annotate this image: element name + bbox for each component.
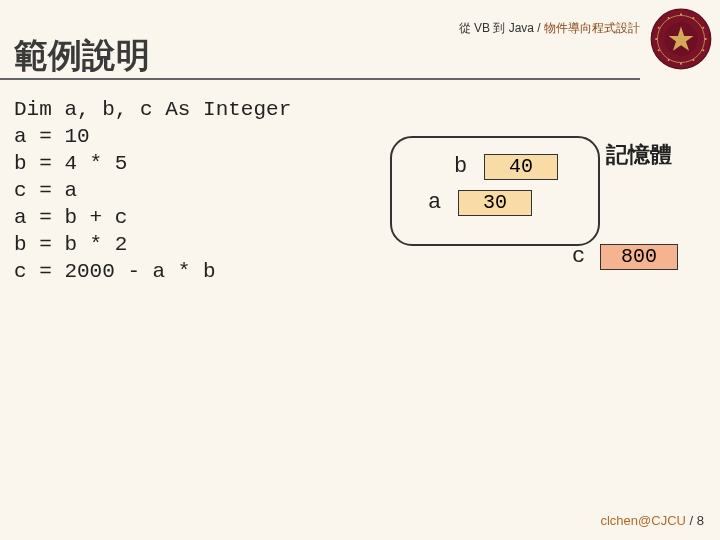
- memory-var-c-value: 800: [600, 244, 678, 270]
- code-line: a = 10: [14, 125, 90, 148]
- svg-point-5: [702, 27, 704, 29]
- memory-var-a-label: a: [428, 190, 441, 215]
- title-divider: [0, 78, 640, 80]
- memory-heading: 記憶體: [606, 140, 672, 170]
- page-number: 8: [697, 513, 704, 528]
- code-line: b = b * 2: [14, 233, 127, 256]
- svg-point-12: [655, 38, 657, 40]
- code-line: Dim a, b, c As Integer: [14, 98, 291, 121]
- footer-author: clchen@CJCU: [600, 513, 685, 528]
- svg-point-13: [658, 27, 660, 29]
- svg-point-7: [702, 49, 704, 51]
- footer: clchen@CJCU / 8: [600, 513, 704, 528]
- breadcrumb-right: 物件導向程式設計: [544, 21, 640, 35]
- svg-point-10: [668, 59, 670, 61]
- code-line: a = b + c: [14, 206, 127, 229]
- breadcrumb: 從 VB 到 Java / 物件導向程式設計: [459, 20, 640, 37]
- svg-point-9: [680, 63, 682, 65]
- breadcrumb-left: 從 VB 到 Java: [459, 21, 534, 35]
- svg-point-11: [658, 49, 660, 51]
- code-line: b = 4 * 5: [14, 152, 127, 175]
- memory-var-a-value: 30: [458, 190, 532, 216]
- code-line: c = a: [14, 179, 77, 202]
- university-seal-icon: [650, 8, 712, 70]
- svg-point-6: [705, 38, 707, 40]
- memory-var-c-label: c: [572, 244, 585, 269]
- memory-var-b-label: b: [454, 154, 467, 179]
- code-line: c = 2000 - a * b: [14, 260, 216, 283]
- svg-point-3: [680, 13, 682, 15]
- svg-point-14: [668, 17, 670, 19]
- page-title: 範例說明: [14, 38, 150, 72]
- memory-var-b-value: 40: [484, 154, 558, 180]
- svg-point-4: [692, 17, 694, 19]
- breadcrumb-sep: /: [534, 21, 544, 35]
- code-block: Dim a, b, c As Integer a = 10 b = 4 * 5 …: [14, 96, 291, 285]
- svg-point-8: [692, 59, 694, 61]
- footer-sep: /: [686, 513, 697, 528]
